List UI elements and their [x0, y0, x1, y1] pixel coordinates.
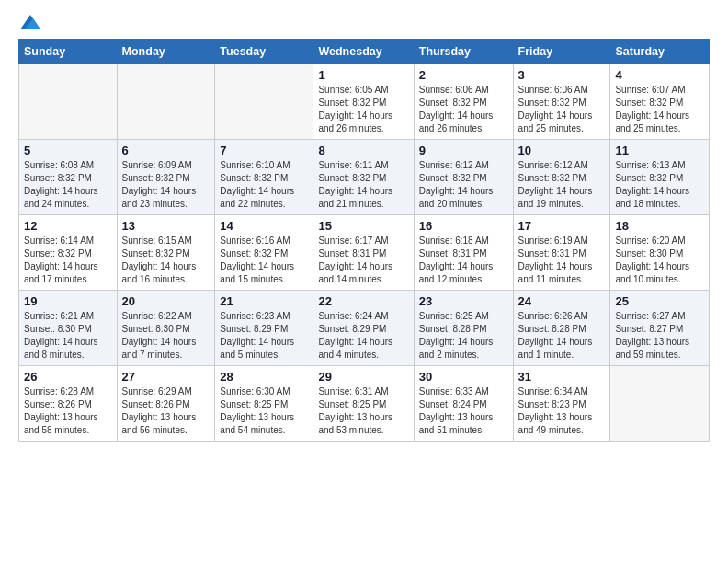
- day-info: Sunrise: 6:18 AM Sunset: 8:31 PM Dayligh…: [419, 235, 508, 286]
- day-number: 8: [318, 144, 408, 157]
- day-info: Sunrise: 6:14 AM Sunset: 8:32 PM Dayligh…: [24, 235, 112, 286]
- calendar-table: SundayMondayTuesdayWednesdayThursdayFrid…: [18, 39, 710, 442]
- day-number: 6: [122, 144, 210, 157]
- calendar-cell: 8Sunrise: 6:11 AM Sunset: 8:32 PM Daylig…: [313, 140, 414, 215]
- day-info: Sunrise: 6:06 AM Sunset: 8:32 PM Dayligh…: [518, 84, 606, 135]
- day-number: 17: [518, 219, 606, 233]
- day-info: Sunrise: 6:21 AM Sunset: 8:30 PM Dayligh…: [24, 310, 112, 362]
- calendar-cell: 14Sunrise: 6:16 AM Sunset: 8:32 PM Dayli…: [215, 215, 313, 291]
- day-info: Sunrise: 6:07 AM Sunset: 8:32 PM Dayligh…: [615, 84, 704, 135]
- day-number: 11: [615, 144, 704, 157]
- day-number: 12: [24, 219, 112, 233]
- day-info: Sunrise: 6:33 AM Sunset: 8:24 PM Dayligh…: [419, 385, 508, 437]
- calendar-cell: 4Sunrise: 6:07 AM Sunset: 8:32 PM Daylig…: [610, 64, 710, 140]
- logo-icon: [20, 15, 40, 29]
- day-info: Sunrise: 6:20 AM Sunset: 8:30 PM Dayligh…: [615, 235, 704, 286]
- day-number: 14: [220, 219, 308, 233]
- day-number: 18: [615, 219, 704, 233]
- day-info: Sunrise: 6:06 AM Sunset: 8:32 PM Dayligh…: [419, 84, 508, 135]
- day-info: Sunrise: 6:12 AM Sunset: 8:32 PM Dayligh…: [419, 159, 508, 211]
- day-number: 2: [419, 68, 508, 82]
- day-number: 13: [122, 219, 210, 233]
- day-info: Sunrise: 6:11 AM Sunset: 8:32 PM Dayligh…: [318, 159, 408, 211]
- day-info: Sunrise: 6:29 AM Sunset: 8:26 PM Dayligh…: [122, 385, 210, 437]
- calendar-cell: 7Sunrise: 6:10 AM Sunset: 8:32 PM Daylig…: [215, 140, 313, 215]
- day-number: 4: [615, 68, 704, 82]
- day-info: Sunrise: 6:31 AM Sunset: 8:25 PM Dayligh…: [318, 385, 408, 437]
- calendar-cell: 6Sunrise: 6:09 AM Sunset: 8:32 PM Daylig…: [117, 140, 215, 215]
- calendar-cell: [610, 366, 710, 442]
- calendar-cell: 25Sunrise: 6:27 AM Sunset: 8:27 PM Dayli…: [610, 291, 710, 366]
- day-info: Sunrise: 6:13 AM Sunset: 8:32 PM Dayligh…: [615, 159, 704, 211]
- day-info: Sunrise: 6:17 AM Sunset: 8:31 PM Dayligh…: [318, 235, 408, 286]
- day-info: Sunrise: 6:30 AM Sunset: 8:25 PM Dayligh…: [220, 385, 308, 437]
- day-number: 20: [122, 294, 210, 308]
- calendar-cell: 24Sunrise: 6:26 AM Sunset: 8:28 PM Dayli…: [513, 291, 610, 366]
- calendar-cell: 15Sunrise: 6:17 AM Sunset: 8:31 PM Dayli…: [313, 215, 414, 291]
- day-header-sunday: Sunday: [19, 40, 118, 64]
- day-number: 9: [419, 144, 508, 157]
- day-info: Sunrise: 6:12 AM Sunset: 8:32 PM Dayligh…: [518, 159, 606, 211]
- calendar-cell: 29Sunrise: 6:31 AM Sunset: 8:25 PM Dayli…: [313, 366, 414, 442]
- day-number: 3: [518, 68, 606, 82]
- calendar-cell: 18Sunrise: 6:20 AM Sunset: 8:30 PM Dayli…: [610, 215, 710, 291]
- logo: [18, 15, 40, 29]
- day-number: 25: [615, 294, 704, 308]
- day-info: Sunrise: 6:19 AM Sunset: 8:31 PM Dayligh…: [518, 235, 606, 286]
- day-number: 7: [220, 144, 308, 157]
- day-number: 26: [24, 370, 112, 384]
- calendar-cell: 1Sunrise: 6:05 AM Sunset: 8:32 PM Daylig…: [313, 64, 414, 140]
- day-info: Sunrise: 6:22 AM Sunset: 8:30 PM Dayligh…: [122, 310, 210, 362]
- calendar-cell: 27Sunrise: 6:29 AM Sunset: 8:26 PM Dayli…: [117, 366, 215, 442]
- day-number: 1: [318, 68, 408, 82]
- calendar-cell: 16Sunrise: 6:18 AM Sunset: 8:31 PM Dayli…: [414, 215, 513, 291]
- day-number: 5: [24, 144, 112, 157]
- day-info: Sunrise: 6:27 AM Sunset: 8:27 PM Dayligh…: [615, 310, 704, 362]
- calendar-cell: 9Sunrise: 6:12 AM Sunset: 8:32 PM Daylig…: [414, 140, 513, 215]
- day-number: 30: [419, 370, 508, 384]
- calendar-cell: 22Sunrise: 6:24 AM Sunset: 8:29 PM Dayli…: [313, 291, 414, 366]
- day-number: 15: [318, 219, 408, 233]
- calendar-cell: 12Sunrise: 6:14 AM Sunset: 8:32 PM Dayli…: [19, 215, 118, 291]
- calendar-cell: 3Sunrise: 6:06 AM Sunset: 8:32 PM Daylig…: [513, 64, 610, 140]
- day-info: Sunrise: 6:16 AM Sunset: 8:32 PM Dayligh…: [220, 235, 308, 286]
- header: [18, 15, 710, 29]
- calendar-cell: 11Sunrise: 6:13 AM Sunset: 8:32 PM Dayli…: [610, 140, 710, 215]
- day-number: 24: [518, 294, 606, 308]
- day-header-wednesday: Wednesday: [313, 40, 414, 64]
- calendar-cell: 17Sunrise: 6:19 AM Sunset: 8:31 PM Dayli…: [513, 215, 610, 291]
- calendar-cell: 5Sunrise: 6:08 AM Sunset: 8:32 PM Daylig…: [19, 140, 118, 215]
- calendar-cell: 28Sunrise: 6:30 AM Sunset: 8:25 PM Dayli…: [215, 366, 313, 442]
- day-header-monday: Monday: [117, 40, 215, 64]
- day-number: 16: [419, 219, 508, 233]
- calendar-cell: 19Sunrise: 6:21 AM Sunset: 8:30 PM Dayli…: [19, 291, 118, 366]
- calendar-cell: 21Sunrise: 6:23 AM Sunset: 8:29 PM Dayli…: [215, 291, 313, 366]
- day-header-tuesday: Tuesday: [215, 40, 313, 64]
- day-header-saturday: Saturday: [610, 40, 710, 64]
- day-info: Sunrise: 6:05 AM Sunset: 8:32 PM Dayligh…: [318, 84, 408, 135]
- calendar-cell: [19, 64, 118, 140]
- calendar-cell: 13Sunrise: 6:15 AM Sunset: 8:32 PM Dayli…: [117, 215, 215, 291]
- day-number: 27: [122, 370, 210, 384]
- day-info: Sunrise: 6:23 AM Sunset: 8:29 PM Dayligh…: [220, 310, 308, 362]
- calendar-cell: 23Sunrise: 6:25 AM Sunset: 8:28 PM Dayli…: [414, 291, 513, 366]
- day-info: Sunrise: 6:09 AM Sunset: 8:32 PM Dayligh…: [122, 159, 210, 211]
- calendar-cell: [215, 64, 313, 140]
- day-info: Sunrise: 6:34 AM Sunset: 8:23 PM Dayligh…: [518, 385, 606, 437]
- day-number: 31: [518, 370, 606, 384]
- day-number: 21: [220, 294, 308, 308]
- calendar-cell: [117, 64, 215, 140]
- day-number: 29: [318, 370, 408, 384]
- day-info: Sunrise: 6:28 AM Sunset: 8:26 PM Dayligh…: [24, 385, 112, 437]
- day-number: 19: [24, 294, 112, 308]
- day-header-thursday: Thursday: [414, 40, 513, 64]
- calendar-cell: 30Sunrise: 6:33 AM Sunset: 8:24 PM Dayli…: [414, 366, 513, 442]
- page: SundayMondayTuesdayWednesdayThursdayFrid…: [0, 0, 728, 563]
- day-number: 10: [518, 144, 606, 157]
- day-info: Sunrise: 6:15 AM Sunset: 8:32 PM Dayligh…: [122, 235, 210, 286]
- day-info: Sunrise: 6:25 AM Sunset: 8:28 PM Dayligh…: [419, 310, 508, 362]
- day-info: Sunrise: 6:08 AM Sunset: 8:32 PM Dayligh…: [24, 159, 112, 211]
- day-info: Sunrise: 6:10 AM Sunset: 8:32 PM Dayligh…: [220, 159, 308, 211]
- day-info: Sunrise: 6:26 AM Sunset: 8:28 PM Dayligh…: [518, 310, 606, 362]
- day-number: 23: [419, 294, 508, 308]
